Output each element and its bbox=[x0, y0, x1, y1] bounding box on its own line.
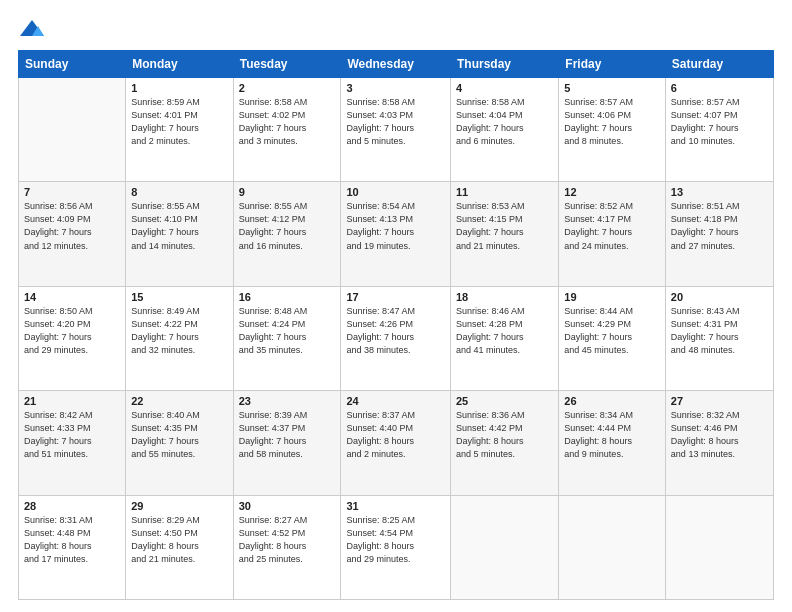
week-row-3: 21Sunrise: 8:42 AM Sunset: 4:33 PM Dayli… bbox=[19, 391, 774, 495]
day-info: Sunrise: 8:52 AM Sunset: 4:17 PM Dayligh… bbox=[564, 200, 660, 252]
calendar-cell: 11Sunrise: 8:53 AM Sunset: 4:15 PM Dayli… bbox=[451, 182, 559, 286]
day-info: Sunrise: 8:37 AM Sunset: 4:40 PM Dayligh… bbox=[346, 409, 445, 461]
day-info: Sunrise: 8:36 AM Sunset: 4:42 PM Dayligh… bbox=[456, 409, 553, 461]
header-day-friday: Friday bbox=[559, 51, 666, 78]
calendar-table: SundayMondayTuesdayWednesdayThursdayFrid… bbox=[18, 50, 774, 600]
calendar-cell: 6Sunrise: 8:57 AM Sunset: 4:07 PM Daylig… bbox=[665, 78, 773, 182]
day-number: 20 bbox=[671, 291, 768, 303]
calendar-cell: 14Sunrise: 8:50 AM Sunset: 4:20 PM Dayli… bbox=[19, 286, 126, 390]
day-number: 8 bbox=[131, 186, 227, 198]
day-number: 27 bbox=[671, 395, 768, 407]
calendar-cell: 26Sunrise: 8:34 AM Sunset: 4:44 PM Dayli… bbox=[559, 391, 666, 495]
day-number: 21 bbox=[24, 395, 120, 407]
calendar-cell bbox=[559, 495, 666, 599]
header-day-saturday: Saturday bbox=[665, 51, 773, 78]
week-row-2: 14Sunrise: 8:50 AM Sunset: 4:20 PM Dayli… bbox=[19, 286, 774, 390]
calendar-cell bbox=[451, 495, 559, 599]
day-info: Sunrise: 8:46 AM Sunset: 4:28 PM Dayligh… bbox=[456, 305, 553, 357]
day-info: Sunrise: 8:57 AM Sunset: 4:06 PM Dayligh… bbox=[564, 96, 660, 148]
calendar-cell: 13Sunrise: 8:51 AM Sunset: 4:18 PM Dayli… bbox=[665, 182, 773, 286]
header-day-thursday: Thursday bbox=[451, 51, 559, 78]
week-row-4: 28Sunrise: 8:31 AM Sunset: 4:48 PM Dayli… bbox=[19, 495, 774, 599]
calendar-cell: 25Sunrise: 8:36 AM Sunset: 4:42 PM Dayli… bbox=[451, 391, 559, 495]
calendar-cell: 28Sunrise: 8:31 AM Sunset: 4:48 PM Dayli… bbox=[19, 495, 126, 599]
day-info: Sunrise: 8:51 AM Sunset: 4:18 PM Dayligh… bbox=[671, 200, 768, 252]
header-day-wednesday: Wednesday bbox=[341, 51, 451, 78]
day-info: Sunrise: 8:58 AM Sunset: 4:02 PM Dayligh… bbox=[239, 96, 336, 148]
day-number: 25 bbox=[456, 395, 553, 407]
day-info: Sunrise: 8:54 AM Sunset: 4:13 PM Dayligh… bbox=[346, 200, 445, 252]
day-info: Sunrise: 8:34 AM Sunset: 4:44 PM Dayligh… bbox=[564, 409, 660, 461]
calendar-cell: 2Sunrise: 8:58 AM Sunset: 4:02 PM Daylig… bbox=[233, 78, 341, 182]
day-info: Sunrise: 8:55 AM Sunset: 4:10 PM Dayligh… bbox=[131, 200, 227, 252]
calendar-cell: 24Sunrise: 8:37 AM Sunset: 4:40 PM Dayli… bbox=[341, 391, 451, 495]
day-info: Sunrise: 8:47 AM Sunset: 4:26 PM Dayligh… bbox=[346, 305, 445, 357]
day-info: Sunrise: 8:27 AM Sunset: 4:52 PM Dayligh… bbox=[239, 514, 336, 566]
logo-icon bbox=[18, 18, 46, 40]
day-number: 16 bbox=[239, 291, 336, 303]
day-number: 14 bbox=[24, 291, 120, 303]
day-info: Sunrise: 8:53 AM Sunset: 4:15 PM Dayligh… bbox=[456, 200, 553, 252]
day-info: Sunrise: 8:49 AM Sunset: 4:22 PM Dayligh… bbox=[131, 305, 227, 357]
header-day-sunday: Sunday bbox=[19, 51, 126, 78]
day-info: Sunrise: 8:42 AM Sunset: 4:33 PM Dayligh… bbox=[24, 409, 120, 461]
calendar-cell: 10Sunrise: 8:54 AM Sunset: 4:13 PM Dayli… bbox=[341, 182, 451, 286]
day-info: Sunrise: 8:44 AM Sunset: 4:29 PM Dayligh… bbox=[564, 305, 660, 357]
day-number: 28 bbox=[24, 500, 120, 512]
week-row-1: 7Sunrise: 8:56 AM Sunset: 4:09 PM Daylig… bbox=[19, 182, 774, 286]
day-number: 10 bbox=[346, 186, 445, 198]
day-number: 13 bbox=[671, 186, 768, 198]
day-info: Sunrise: 8:29 AM Sunset: 4:50 PM Dayligh… bbox=[131, 514, 227, 566]
day-info: Sunrise: 8:25 AM Sunset: 4:54 PM Dayligh… bbox=[346, 514, 445, 566]
day-number: 2 bbox=[239, 82, 336, 94]
day-info: Sunrise: 8:58 AM Sunset: 4:03 PM Dayligh… bbox=[346, 96, 445, 148]
day-info: Sunrise: 8:32 AM Sunset: 4:46 PM Dayligh… bbox=[671, 409, 768, 461]
logo bbox=[18, 18, 50, 40]
calendar-cell: 5Sunrise: 8:57 AM Sunset: 4:06 PM Daylig… bbox=[559, 78, 666, 182]
header-day-tuesday: Tuesday bbox=[233, 51, 341, 78]
calendar-cell: 15Sunrise: 8:49 AM Sunset: 4:22 PM Dayli… bbox=[126, 286, 233, 390]
calendar-cell: 8Sunrise: 8:55 AM Sunset: 4:10 PM Daylig… bbox=[126, 182, 233, 286]
day-info: Sunrise: 8:48 AM Sunset: 4:24 PM Dayligh… bbox=[239, 305, 336, 357]
day-number: 1 bbox=[131, 82, 227, 94]
calendar-body: 1Sunrise: 8:59 AM Sunset: 4:01 PM Daylig… bbox=[19, 78, 774, 600]
header-row: SundayMondayTuesdayWednesdayThursdayFrid… bbox=[19, 51, 774, 78]
header bbox=[18, 18, 774, 40]
day-info: Sunrise: 8:40 AM Sunset: 4:35 PM Dayligh… bbox=[131, 409, 227, 461]
day-number: 18 bbox=[456, 291, 553, 303]
day-info: Sunrise: 8:31 AM Sunset: 4:48 PM Dayligh… bbox=[24, 514, 120, 566]
day-number: 17 bbox=[346, 291, 445, 303]
day-number: 30 bbox=[239, 500, 336, 512]
day-info: Sunrise: 8:43 AM Sunset: 4:31 PM Dayligh… bbox=[671, 305, 768, 357]
calendar-cell: 30Sunrise: 8:27 AM Sunset: 4:52 PM Dayli… bbox=[233, 495, 341, 599]
page: SundayMondayTuesdayWednesdayThursdayFrid… bbox=[0, 0, 792, 612]
day-number: 5 bbox=[564, 82, 660, 94]
calendar-cell: 29Sunrise: 8:29 AM Sunset: 4:50 PM Dayli… bbox=[126, 495, 233, 599]
day-info: Sunrise: 8:58 AM Sunset: 4:04 PM Dayligh… bbox=[456, 96, 553, 148]
calendar-cell: 9Sunrise: 8:55 AM Sunset: 4:12 PM Daylig… bbox=[233, 182, 341, 286]
calendar-cell: 19Sunrise: 8:44 AM Sunset: 4:29 PM Dayli… bbox=[559, 286, 666, 390]
header-day-monday: Monday bbox=[126, 51, 233, 78]
day-info: Sunrise: 8:57 AM Sunset: 4:07 PM Dayligh… bbox=[671, 96, 768, 148]
calendar-cell bbox=[19, 78, 126, 182]
day-number: 26 bbox=[564, 395, 660, 407]
day-info: Sunrise: 8:39 AM Sunset: 4:37 PM Dayligh… bbox=[239, 409, 336, 461]
day-number: 3 bbox=[346, 82, 445, 94]
calendar-cell: 1Sunrise: 8:59 AM Sunset: 4:01 PM Daylig… bbox=[126, 78, 233, 182]
day-number: 6 bbox=[671, 82, 768, 94]
calendar-cell: 4Sunrise: 8:58 AM Sunset: 4:04 PM Daylig… bbox=[451, 78, 559, 182]
day-number: 12 bbox=[564, 186, 660, 198]
day-number: 23 bbox=[239, 395, 336, 407]
calendar-cell: 27Sunrise: 8:32 AM Sunset: 4:46 PM Dayli… bbox=[665, 391, 773, 495]
week-row-0: 1Sunrise: 8:59 AM Sunset: 4:01 PM Daylig… bbox=[19, 78, 774, 182]
calendar-cell: 3Sunrise: 8:58 AM Sunset: 4:03 PM Daylig… bbox=[341, 78, 451, 182]
day-number: 15 bbox=[131, 291, 227, 303]
day-number: 29 bbox=[131, 500, 227, 512]
calendar-cell: 18Sunrise: 8:46 AM Sunset: 4:28 PM Dayli… bbox=[451, 286, 559, 390]
day-number: 11 bbox=[456, 186, 553, 198]
day-info: Sunrise: 8:59 AM Sunset: 4:01 PM Dayligh… bbox=[131, 96, 227, 148]
calendar-cell: 31Sunrise: 8:25 AM Sunset: 4:54 PM Dayli… bbox=[341, 495, 451, 599]
calendar-cell: 23Sunrise: 8:39 AM Sunset: 4:37 PM Dayli… bbox=[233, 391, 341, 495]
day-number: 4 bbox=[456, 82, 553, 94]
calendar-cell: 20Sunrise: 8:43 AM Sunset: 4:31 PM Dayli… bbox=[665, 286, 773, 390]
